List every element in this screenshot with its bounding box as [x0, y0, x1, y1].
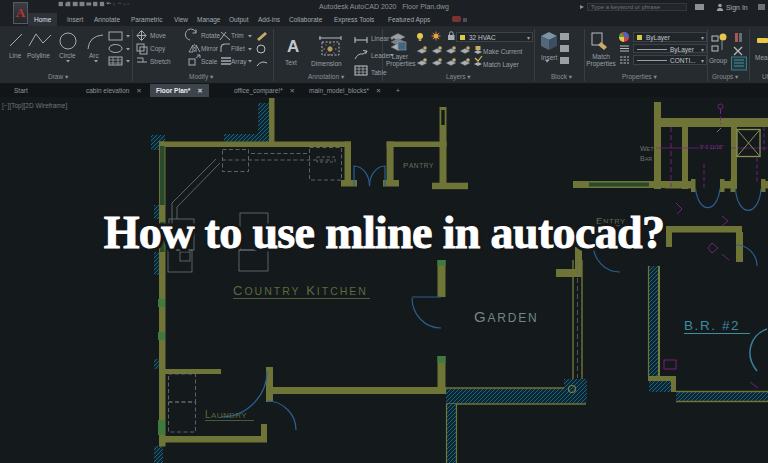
- svg-text:WET: WET: [640, 145, 654, 152]
- svg-text:COUNTRY KITCHEN: COUNTRY KITCHEN: [233, 283, 368, 298]
- svg-text:LAUNDRY: LAUNDRY: [205, 409, 247, 420]
- svg-text:B.R. #2: B.R. #2: [684, 318, 740, 333]
- svg-text:BAR: BAR: [640, 155, 652, 162]
- svg-text:PANTRY: PANTRY: [403, 161, 434, 170]
- svg-text:9'-0 11/16": 9'-0 11/16": [700, 144, 724, 150]
- svg-text:GARDEN: GARDEN: [474, 308, 538, 325]
- svg-text:A: A: [287, 37, 299, 56]
